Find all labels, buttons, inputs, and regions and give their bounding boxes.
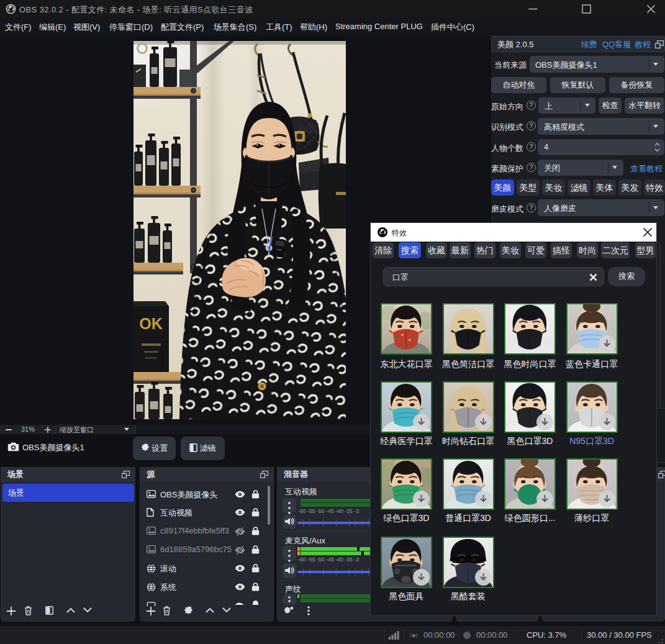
svg-text:OK: OK <box>139 315 163 332</box>
